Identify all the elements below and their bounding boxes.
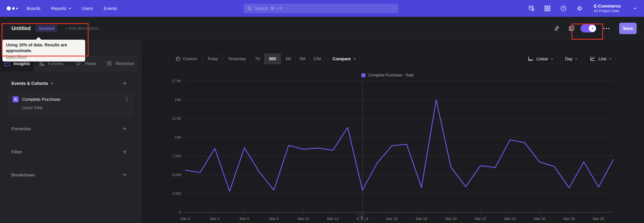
svg-text:Mar 6: Mar 6 [240, 217, 249, 221]
data-management-icon[interactable] [528, 5, 535, 12]
svg-text:7,500: 7,500 [172, 154, 181, 158]
nav-item-users[interactable]: Users [82, 6, 93, 11]
svg-text:Mar 2: Mar 2 [180, 217, 190, 221]
svg-text:0: 0 [179, 210, 181, 214]
calendar-icon [175, 56, 180, 61]
svg-text:Mar 26: Mar 26 [534, 217, 545, 221]
formulas-label: Formulas [12, 126, 31, 131]
copy-link-icon[interactable] [553, 25, 560, 32]
chevron-down-icon [68, 7, 71, 9]
nav-item-events[interactable]: Events [104, 6, 117, 11]
svg-text:?: ? [562, 7, 564, 10]
nav-item-reports[interactable]: Reports [51, 6, 71, 11]
chevron-down-icon [609, 57, 611, 60]
add-breakdown-button[interactable]: + [122, 171, 127, 178]
legend-swatch [362, 73, 366, 77]
report-title[interactable]: Untitled [12, 25, 31, 31]
add-description-field[interactable]: + Add description... [65, 26, 102, 31]
event-card[interactable]: A Complete Purchase Count Total [8, 93, 133, 116]
event-card-row: A Complete Purchase [12, 96, 129, 102]
breakdown-label: Breakdown [12, 172, 35, 178]
formulas-section: Formulas + [0, 125, 141, 133]
svg-text:17.5K: 17.5K [172, 79, 182, 83]
sampling-tooltip-text: Using 10% of data. Results are approxima… [6, 42, 82, 53]
project-chevron-down-icon[interactable] [634, 7, 636, 9]
search-input-wrapper [244, 4, 398, 13]
range-30d[interactable]: 30D [264, 54, 281, 64]
chevron-down-icon [551, 57, 553, 60]
content-area: Insights Funnels Flows [0, 40, 644, 223]
event-metric[interactable]: Count Total [22, 105, 129, 110]
top-navigation: Boards Reports Users Events [0, 0, 644, 17]
report-header: Untitled Sampled + Add description... [0, 17, 644, 40]
chevron-down-icon [51, 82, 53, 84]
add-formula-button[interactable]: + [122, 125, 127, 132]
main-nav: Boards Reports Users Events [26, 6, 117, 11]
apps-grid-icon[interactable] [544, 5, 551, 12]
add-filter-button[interactable]: + [122, 148, 127, 155]
chevron-down-icon [575, 57, 578, 60]
mixpanel-insights-page: Boards Reports Users Events [0, 0, 644, 223]
breakdown-section: Breakdown + [0, 171, 141, 179]
add-event-button[interactable]: + [122, 80, 127, 87]
query-builder-sidebar: Insights Funnels Flows [0, 40, 142, 223]
help-icon[interactable]: ? [560, 5, 567, 12]
save-button[interactable]: Save [619, 23, 636, 34]
line-chart: 02,5005,0007,50010K12.5K15K17.5KMar 2Mar… [142, 79, 644, 223]
svg-text:Mar 24: Mar 24 [504, 217, 516, 221]
event-name[interactable]: Complete Purchase [22, 97, 125, 102]
settings-gear-icon[interactable] [576, 5, 583, 12]
svg-text:Mar 28: Mar 28 [563, 217, 575, 221]
svg-text:Mar 30: Mar 30 [593, 217, 604, 221]
sampled-badge[interactable]: Sampled [36, 25, 57, 32]
compare-button[interactable]: Compare [328, 53, 360, 64]
svg-text:Mar 22: Mar 22 [475, 217, 486, 221]
lightning-icon [590, 26, 595, 31]
learn-more-link[interactable]: Learn More [6, 54, 27, 59]
search-input[interactable] [255, 6, 395, 11]
event-letter-badge: A [12, 96, 18, 102]
events-cohorts-dropdown[interactable]: Events & Cohorts [12, 81, 52, 86]
more-options-icon[interactable] [604, 27, 611, 30]
range-6m[interactable]: 6M [295, 54, 310, 64]
range-12m[interactable]: 12M [310, 54, 324, 64]
filter-section: Filter + [0, 148, 141, 156]
svg-text:Mar 12: Mar 12 [327, 217, 338, 221]
sampling-toggle-knob [589, 25, 596, 32]
mixpanel-logo-icon[interactable] [7, 6, 22, 11]
filter-label: Filter [12, 149, 22, 155]
project-selector[interactable]: E-Commerce All Project Data [594, 4, 621, 13]
project-scope: All Project Data [594, 9, 621, 13]
chart-legend[interactable]: Complete Purchase - Total [362, 73, 414, 77]
axis-icon [528, 56, 534, 62]
svg-text:10K: 10K [175, 135, 181, 139]
legend-label: Complete Purchase - Total [368, 73, 414, 77]
chart-type-dropdown[interactable]: Line [585, 53, 616, 64]
copy-to-board-icon[interactable] [568, 25, 575, 32]
chevron-down-icon [354, 57, 356, 60]
header-divider [615, 24, 615, 33]
svg-text:Mar 18: Mar 18 [416, 217, 427, 221]
svg-text:Mar 16: Mar 16 [386, 217, 398, 221]
legend-page-indicator[interactable]: 1 [358, 214, 366, 222]
sampling-toggle[interactable] [580, 24, 596, 32]
date-range-control: CustomTodayYesterday7D30D3M6M12M [169, 53, 324, 64]
retention-icon [106, 60, 112, 67]
range-custom[interactable]: Custom [170, 54, 203, 64]
line-chart-icon [590, 56, 596, 62]
range-7d[interactable]: 7D [251, 54, 264, 64]
svg-text:2,500: 2,500 [172, 191, 181, 196]
svg-text:15K: 15K [175, 98, 181, 102]
scale-dropdown[interactable]: Linear [522, 53, 558, 64]
event-options-kebab-icon[interactable] [125, 97, 129, 102]
interval-dropdown[interactable]: Day [561, 53, 581, 64]
svg-text:Mar 20: Mar 20 [445, 217, 457, 221]
range-today[interactable]: Today [203, 54, 223, 64]
range-yesterday[interactable]: Yesterday [223, 54, 251, 64]
range-3m[interactable]: 3M [281, 54, 295, 64]
nav-item-boards[interactable]: Boards [26, 6, 40, 11]
tab-retention[interactable]: Retention [103, 56, 138, 71]
events-cohorts-header: Events & Cohorts + [0, 79, 141, 87]
sampling-tooltip: Using 10% of data. Results are approxima… [2, 40, 85, 61]
project-name: E-Commerce [594, 4, 621, 9]
